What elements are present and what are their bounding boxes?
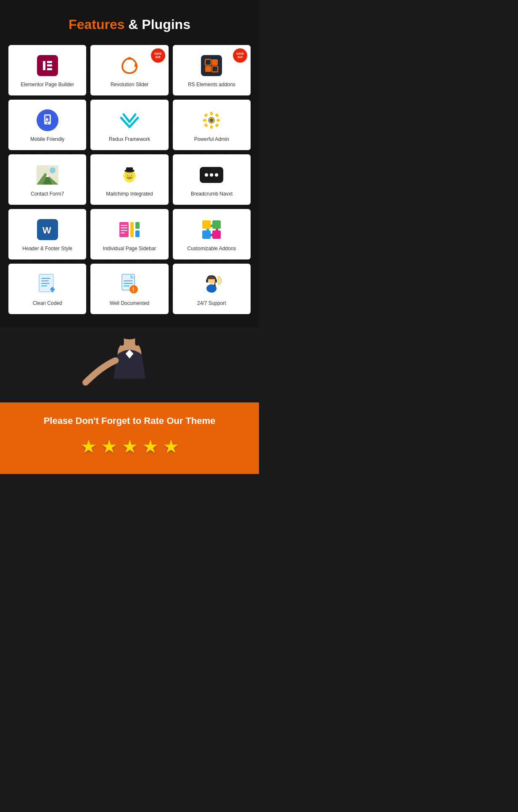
dot2	[210, 173, 213, 177]
star-3: ★	[122, 436, 138, 457]
svg-rect-0	[43, 61, 45, 70]
dot3	[215, 173, 218, 177]
card-label-rs: RS Elements addons	[188, 82, 235, 88]
icon-wrapper: W	[36, 218, 59, 241]
revolution-icon	[119, 55, 140, 77]
card-mobile-friendly: Mobile Friendly	[8, 100, 86, 150]
redux-icon	[119, 109, 140, 131]
svg-rect-59	[206, 229, 209, 232]
card-individual-sidebar: Individual Page Sidebar	[90, 209, 168, 259]
svg-point-39	[129, 176, 130, 177]
svg-rect-47	[135, 230, 140, 237]
card-breadcrumb: Breadcrumb Navxt	[173, 154, 251, 205]
rating-title: Please Don't Forget to Rate Our Theme	[8, 415, 251, 427]
title-rest: & Plugins	[124, 17, 190, 32]
svg-point-83	[214, 285, 216, 286]
star-5: ★	[163, 436, 179, 457]
svg-rect-18	[210, 112, 213, 115]
icon-wrapper	[118, 108, 141, 132]
svg-rect-2	[47, 64, 52, 66]
svg-point-38	[131, 175, 132, 176]
svg-rect-1	[47, 61, 52, 63]
card-label-admin: Powerful Admin	[194, 136, 229, 143]
svg-rect-62	[211, 234, 214, 236]
card-redux: Redux Framework	[90, 100, 168, 150]
star-4: ★	[142, 436, 159, 457]
star-1: ★	[80, 436, 97, 457]
icon-wrapper	[36, 108, 59, 132]
card-label-breadcrumb: Breadcrumb Navxt	[191, 191, 233, 198]
svg-point-17	[210, 119, 213, 122]
svg-rect-25	[215, 123, 219, 127]
svg-rect-9	[212, 66, 218, 72]
svg-rect-19	[210, 125, 213, 129]
sidebar-icon	[119, 219, 140, 241]
svg-rect-34	[126, 167, 133, 172]
support-icon	[201, 273, 222, 295]
person-figure	[75, 327, 184, 402]
svg-point-90	[83, 381, 87, 386]
icon-wrapper	[200, 54, 223, 77]
svg-rect-22	[204, 113, 208, 117]
puzzle-icon	[201, 219, 222, 241]
card-well-documented: ! Well Documented	[90, 264, 168, 314]
breadcrumb-icon	[200, 167, 223, 183]
stars-container: ★ ★ ★ ★ ★	[8, 436, 251, 457]
icon-wrapper	[200, 218, 223, 241]
title-highlight: Features	[69, 17, 124, 32]
mailchimp-icon	[119, 164, 140, 186]
card-label-elementor: Elementor Page Builder	[21, 82, 74, 88]
svg-point-29	[50, 167, 56, 173]
svg-rect-80	[206, 279, 208, 283]
icon-wrapper	[200, 163, 223, 187]
svg-rect-13	[45, 119, 46, 121]
svg-rect-87	[120, 334, 124, 346]
svg-rect-20	[203, 119, 206, 122]
icon-wrapper	[118, 163, 141, 187]
svg-rect-44	[119, 222, 129, 237]
elementor-icon	[37, 55, 58, 76]
icon-wrapper	[200, 272, 223, 296]
page-wrapper: Features & Plugins Elementor Page Builde	[0, 0, 259, 474]
icon-wrapper	[36, 272, 59, 296]
card-customizable-addons: Customizable Addons	[173, 209, 251, 259]
rating-section: Please Don't Forget to Rate Our Theme ★ …	[0, 402, 259, 474]
card-label-addons: Customizable Addons	[187, 246, 236, 252]
svg-point-12	[47, 123, 48, 124]
card-support: 24/7 Support	[173, 264, 251, 314]
star-2: ★	[101, 436, 117, 457]
card-header-footer: W Header & Footer Style	[8, 209, 86, 259]
card-label-mailchimp: Mailchimp Integrated	[106, 191, 153, 198]
svg-point-40	[123, 174, 126, 177]
svg-point-41	[133, 174, 136, 177]
svg-rect-21	[217, 119, 220, 122]
card-label-clean: Clean Coded	[33, 300, 62, 307]
clean-icon	[37, 273, 58, 295]
section-title: Features & Plugins	[8, 17, 251, 32]
features-section: Features & Plugins Elementor Page Builde	[0, 0, 259, 327]
svg-rect-52	[202, 220, 211, 229]
cf7-icon	[37, 165, 58, 185]
card-label-cf7: Contact Form7	[31, 191, 64, 198]
svg-rect-3	[47, 68, 52, 70]
card-mailchimp: Mailchimp Integrated	[90, 154, 168, 205]
icon-wrapper: !	[118, 272, 141, 296]
svg-rect-63	[216, 229, 218, 232]
icon-wrapper	[200, 108, 223, 132]
person-section	[0, 327, 259, 402]
svg-rect-8	[205, 66, 211, 72]
save-badge-rs: SAVE $10	[233, 48, 247, 63]
icon-wrapper	[36, 163, 59, 187]
svg-rect-56	[211, 225, 214, 227]
icon-wrapper	[36, 54, 59, 77]
admin-icon	[201, 109, 222, 131]
card-label-redux: Redux Framework	[109, 136, 150, 143]
svg-rect-46	[135, 222, 140, 229]
svg-rect-58	[202, 230, 211, 239]
card-contact-form7: Contact Form7	[8, 154, 86, 205]
card-clean-coded: Clean Coded	[8, 264, 86, 314]
svg-rect-7	[212, 59, 218, 65]
doc-icon: !	[119, 273, 140, 295]
card-label-mobile: Mobile Friendly	[30, 136, 64, 143]
svg-text:!: !	[132, 286, 134, 293]
